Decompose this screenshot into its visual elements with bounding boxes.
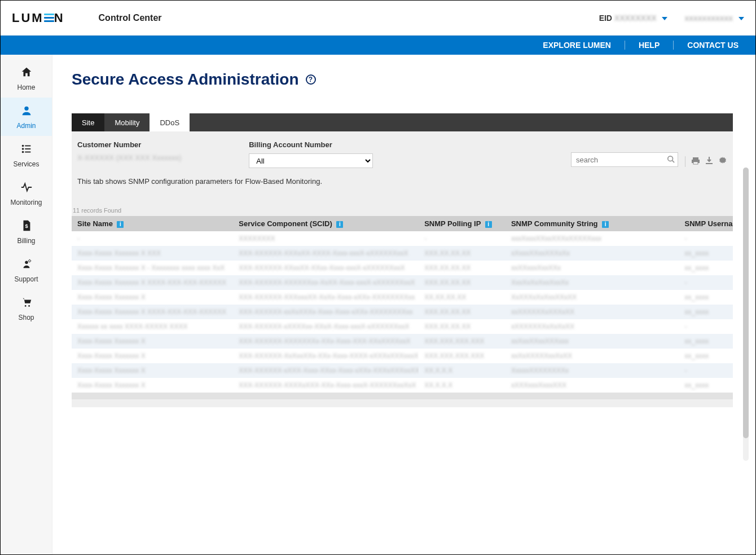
column-header[interactable]: Site Name i: [72, 216, 233, 231]
cell-site: Xxxx-Xxxxx Xxxxxxx X XXXX-XXX-XXX-XXXXXX: [72, 305, 233, 319]
eid-dropdown[interactable]: EID XXXXXXXX: [599, 14, 668, 23]
column-header[interactable]: SNMP Userna: [679, 216, 733, 231]
svg-text:$: $: [25, 223, 28, 228]
content-area: Secure Access Administration ? SiteMobil…: [52, 55, 755, 554]
info-icon[interactable]: i: [485, 221, 492, 228]
search-input[interactable]: [571, 152, 678, 167]
cell-community: XxxXxXxXxxXxxXx: [506, 275, 679, 290]
sidebar-item-label: Billing: [17, 237, 35, 245]
download-icon[interactable]: [705, 156, 714, 167]
cell-ip: XXX.XX.XX.XX: [419, 319, 506, 334]
horizontal-scrollbar[interactable]: [72, 393, 733, 399]
customer-number-label: Customer Number: [77, 140, 181, 149]
brand-logo[interactable]: LUMN: [12, 11, 65, 25]
cell-community: XxXXXxXxXxxXXxXX: [506, 290, 679, 305]
cell-ip: XXX.XX.XX.XX: [419, 305, 506, 319]
column-header[interactable]: Service Component (SCID) i: [233, 216, 419, 231]
sidebar-item-admin[interactable]: Admin: [1, 98, 52, 136]
product-name: Control Center: [99, 13, 162, 23]
column-header[interactable]: SNMP Community String i: [506, 216, 679, 231]
cell-site: Xxxx-Xxxxx Xxxxxxx X - Xxxxxxxx xxxx xxx…: [72, 261, 233, 275]
table-row[interactable]: Xxxx-Xxxxx Xxxxxxx X XXXXXX-XXXXXX-XXXxX…: [72, 246, 733, 261]
cell-ip: XXX.XX.XX.XX: [419, 246, 506, 261]
table-row[interactable]: Xxxx-Xxxxx Xxxxxxx XXXX-XXXXXX-XXXXxXXX-…: [72, 378, 733, 393]
svg-point-3: [21, 148, 24, 150]
page-title: Secure Access Administration ?: [72, 71, 733, 89]
table-row[interactable]: Xxxx-Xxxxx Xxxxxxx XXXX-XXXXXX-XXXxxxXX-…: [72, 290, 733, 305]
sidebar-item-label: Admin: [16, 122, 36, 130]
info-icon[interactable]: i: [336, 221, 343, 228]
topbar: LUMN Control Center EID XXXXXXXX xxxxxxx…: [1, 1, 755, 36]
cell-scid: XXX-XXXXXX-XXxxXX-XXxx-Xxxx-xxxX-xXXXXXX…: [233, 261, 419, 275]
cell-user: -: [679, 319, 733, 334]
sidebar-item-label: Support: [14, 275, 38, 283]
sidebar-item-support[interactable]: Support: [1, 251, 52, 289]
bill-icon: $: [20, 219, 33, 235]
svg-line-13: [673, 161, 675, 163]
pulse-icon: [20, 181, 33, 196]
scrollbar-thumb[interactable]: [743, 168, 749, 438]
cell-community: xxXxxXXxxXXXxxx: [506, 334, 679, 349]
tab-ddos[interactable]: DDoS: [150, 113, 190, 131]
username: xxxxxxxxxxx: [684, 14, 733, 23]
table-row[interactable]: Xxxx-Xxxxx Xxxxxxx X XXXX-XXX-XXX-XXXXXX…: [72, 305, 733, 319]
cell-site: Xxxxxx xx xxxx XXXX-XXXXX XXXX: [72, 319, 233, 334]
cell-scid: XXX-XXXXXX-XXXXXXxx-XxXX-Xxxx-xxxX-xXXXX…: [233, 275, 419, 290]
user-dropdown[interactable]: xxxxxxxxxxx: [684, 14, 744, 23]
column-header[interactable]: SNMP Polling IP i: [419, 216, 506, 231]
sidebar-item-billing[interactable]: $Billing: [1, 213, 52, 251]
svg-point-8: [25, 261, 28, 264]
cell-community: xXXXXXXXxXxXxXX: [506, 319, 679, 334]
table-row[interactable]: Xxxx-Xxxxx Xxxxxxx X XXXX-XXX-XXX-XXXXXX…: [72, 275, 733, 290]
snmp-table: Site Name iService Component (SCID) iSNM…: [72, 216, 733, 393]
cell-community: xXxxxXXxxXXXxXx: [506, 246, 679, 261]
cell-scid: XXX-XXXXXX-xXXXXxx-XXxX-Xxxx-xxxX-xXXXXX…: [233, 319, 419, 334]
cell-scid: XXX-XXXXXX-XXXXXXXx-XXx-Xxxx-XXX-XXxXXXX…: [233, 334, 419, 349]
table-row[interactable]: Xxxx-Xxxxx Xxxxxxx XXXX-XXXXXX-XXXXXXXx-…: [72, 334, 733, 349]
table-row[interactable]: Xxxx-Xxxxx Xxxxxxx XXXX-XXXXXX-XxXxxXXx-…: [72, 349, 733, 363]
eid-value: XXXXXXXX: [614, 14, 657, 23]
help-icon[interactable]: ?: [306, 74, 316, 85]
tab-mobility[interactable]: Mobility: [104, 113, 150, 131]
sidebar-item-monitoring[interactable]: Monitoring: [1, 174, 52, 213]
cell-site: -: [72, 231, 233, 246]
cell-scid: XXX-XXXXXX-XXXXxXXX-XXx-Xxxx-xxxX-XXXXXX…: [233, 378, 419, 393]
help-link[interactable]: HELP: [625, 41, 660, 50]
table-row[interactable]: Xxxx-Xxxxx Xxxxxxx X - Xxxxxxxx xxxx xxx…: [72, 261, 733, 275]
cell-ip: XXX.XX.XX.XX: [419, 261, 506, 275]
vertical-scrollbar[interactable]: [743, 168, 749, 461]
cell-site: Xxxx-Xxxxx Xxxxxxx X: [72, 290, 233, 305]
print-icon[interactable]: [691, 156, 700, 167]
cell-scid: XXX-XXXXXX-xxXxXXXx-Xxxx-Xxxx-xXXx-XXXXX…: [233, 305, 419, 319]
sidebar-item-home[interactable]: Home: [1, 59, 52, 98]
svg-point-11: [28, 305, 30, 307]
cart-icon: [20, 296, 33, 311]
cell-community: xxXXXXXXxXXXxXX: [506, 305, 679, 319]
cell-user: -: [679, 275, 733, 290]
tab-description: This tab shows SNMP configuration parame…: [72, 174, 733, 196]
cell-ip: XX.XX.XX.XX: [419, 290, 506, 305]
cell-site: Xxxx-Xxxxx Xxxxxxx X XXXX-XXX-XXX-XXXXXX: [72, 275, 233, 290]
billing-account-select[interactable]: All: [249, 153, 373, 168]
sidebar: HomeAdminServicesMonitoring$BillingSuppo…: [1, 55, 52, 554]
sidebar-item-shop[interactable]: Shop: [1, 289, 52, 328]
settings-icon[interactable]: [718, 156, 727, 167]
contact-link[interactable]: CONTACT US: [673, 41, 739, 50]
table-row[interactable]: -XXXXXXXX-xxxXxxxXXxxXXXxXXXXXxxx-: [72, 231, 733, 246]
info-icon[interactable]: i: [117, 221, 124, 228]
tab-site[interactable]: Site: [72, 113, 104, 131]
cell-user: -: [679, 363, 733, 378]
table-row[interactable]: Xxxxxx xx xxxx XXXX-XXXXX XXXXXXX-XXXXXX…: [72, 319, 733, 334]
explore-link[interactable]: EXPLORE LUMEN: [543, 41, 611, 50]
cell-ip: -: [419, 231, 506, 246]
table-row[interactable]: Xxxx-Xxxxx Xxxxxxx XXXX-XXXXXX-xXXX-Xxxx…: [72, 363, 733, 378]
home-icon: [20, 66, 33, 81]
svg-rect-16: [693, 162, 698, 164]
sidebar-item-services[interactable]: Services: [1, 136, 52, 174]
billing-account-label: Billing Account Number: [249, 140, 373, 149]
cell-ip: XXX.XXX.XXX.XXX: [419, 334, 506, 349]
cell-user: xx_xxxx: [679, 349, 733, 363]
cell-user: xx_xxxx: [679, 261, 733, 275]
search-icon[interactable]: [667, 155, 675, 165]
info-icon[interactable]: i: [602, 221, 609, 228]
